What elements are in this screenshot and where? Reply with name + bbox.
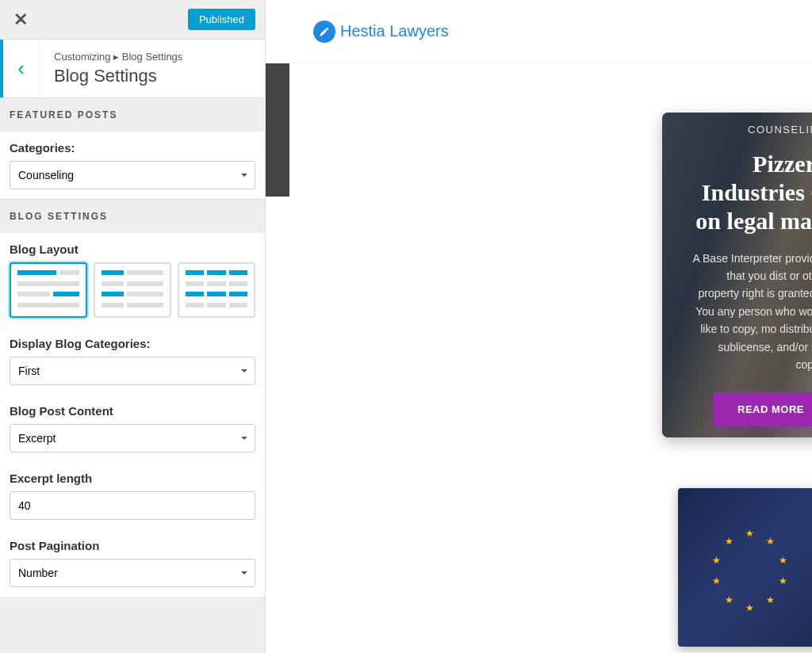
control-excerpt-length: Excerpt length [0,462,265,529]
page-title: Blog Settings [54,66,251,86]
preview-pane: Hestia Lawyers COUNSELING Pizzera Indust… [266,0,812,653]
breadcrumb: Customizing ▸ Blog Settings [54,51,251,63]
featured-category[interactable]: COUNSELING [748,124,812,136]
layout-option-2[interactable] [94,262,171,318]
customizer-sidebar: ✕ Published ‹ Customizing ▸ Blog Setting… [0,0,266,653]
categories-label: Categories: [10,141,255,155]
layout-option-3[interactable] [178,262,255,318]
display-categories-label: Display Blog Categories: [10,337,255,350]
display-categories-select[interactable]: First [10,357,255,385]
close-button[interactable]: ✕ [10,9,32,31]
blog-layout-label: Blog Layout [10,242,255,256]
chevron-left-icon: ‹ [17,56,25,81]
published-button[interactable]: Published [188,9,255,30]
header-text: Customizing ▸ Blog Settings Blog Setting… [40,40,265,97]
section-blog-settings: BLOG SETTINGS [0,200,265,233]
site-name[interactable]: Hestia Lawyers [340,22,449,40]
blog-post-content-select[interactable]: Excerpt [10,424,255,453]
post-image-eu-flag[interactable]: ★ ★ ★ ★ ★ ★ ★ ★ ★ ★ [678,488,812,647]
post-pagination-select[interactable]: Number [10,559,255,587]
logo-icon[interactable] [313,21,335,43]
post-card: ★ ★ ★ ★ ★ ★ ★ ★ ★ ★ REGULATION GDPR reg … [678,488,812,647]
post-pagination-label: Post Pagination [10,539,255,552]
back-button[interactable]: ‹ [0,40,40,97]
top-bar: ✕ Published [0,0,265,40]
layout-options [10,262,255,318]
pencil-icon [319,26,330,37]
featured-title[interactable]: Pizzera Industries C on legal matt [686,150,812,235]
section-featured-posts: FEATURED POSTS [0,98,265,132]
featured-overlay: COUNSELING Pizzera Industries C on legal… [662,113,812,437]
featured-excerpt: A Base Interpreter provided that you dis… [686,250,812,374]
excerpt-length-label: Excerpt length [10,472,255,485]
close-icon: ✕ [13,10,28,30]
control-blog-post-content: Blog Post Content Excerpt [0,395,265,462]
layout-option-1[interactable] [10,262,87,318]
read-more-button[interactable]: READ MORE [714,392,812,426]
blog-post-content-label: Blog Post Content [10,404,255,418]
featured-post-card[interactable]: COUNSELING Pizzera Industries C on legal… [662,113,812,437]
panel-header: ‹ Customizing ▸ Blog Settings Blog Setti… [0,40,265,98]
eu-stars-icon: ★ ★ ★ ★ ★ ★ ★ ★ ★ ★ [710,528,790,607]
site-header: Hestia Lawyers [266,0,812,63]
control-blog-layout: Blog Layout [0,233,265,327]
control-post-pagination: Post Pagination Number [0,529,265,597]
categories-select[interactable]: Counseling [10,161,255,189]
settings-scroll: FEATURED POSTS Categories: Counseling BL… [0,98,265,653]
excerpt-length-input[interactable] [10,491,255,520]
control-display-categories: Display Blog Categories: First [0,327,265,395]
control-categories: Categories: Counseling [0,132,265,200]
